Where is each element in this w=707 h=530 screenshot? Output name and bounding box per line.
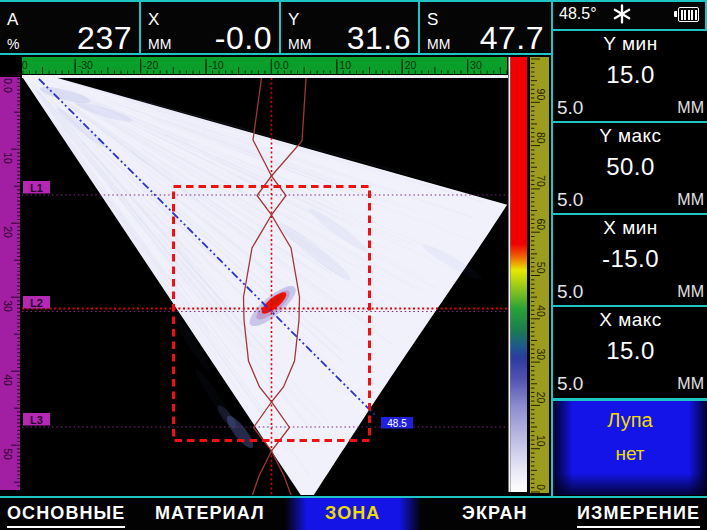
measure-unit: ММ — [288, 36, 311, 52]
svg-text:-30: -30 — [78, 59, 93, 71]
frame-line-under-topbar — [0, 53, 553, 55]
sector-scan-display: -40-30-20-100.01020300.01020304050010203… — [0, 55, 553, 498]
param-value: 15.0 — [554, 61, 707, 89]
measure-label: X — [148, 10, 159, 30]
param-unit: ММ — [677, 283, 704, 301]
param-value: 50.0 — [554, 153, 707, 181]
svg-text:10: 10 — [535, 435, 547, 447]
param-step: 5.0 — [557, 281, 583, 303]
svg-text:0.0: 0.0 — [2, 78, 14, 93]
topbar-divider-1 — [139, 1, 141, 53]
magnifier-button[interactable]: Лупа нет — [553, 401, 707, 495]
menu-item-material[interactable]: МАТЕРИАЛ — [155, 503, 265, 524]
svg-text:80: 80 — [535, 132, 547, 144]
probe-angle-readout: 48.5° — [559, 5, 597, 23]
measure-value: 47.7 — [480, 20, 544, 57]
measure-box-s: S ММ 47.7 — [420, 0, 551, 53]
svg-text:0.0: 0.0 — [274, 59, 289, 71]
svg-text:L1: L1 — [30, 182, 43, 194]
svg-text:-10: -10 — [209, 59, 224, 71]
svg-text:30: 30 — [535, 348, 547, 360]
svg-text:L2: L2 — [30, 297, 43, 309]
amplitude-palette — [511, 57, 528, 492]
svg-text:20: 20 — [405, 59, 417, 71]
topbar-divider-2 — [279, 1, 281, 53]
svg-text:40: 40 — [535, 305, 547, 317]
param-box-ymax[interactable]: Y макс 50.0 5.0 ММ — [554, 123, 707, 213]
param-title: X макс — [554, 309, 707, 331]
amplitude-ruler: 0102030405060708090 — [530, 57, 549, 493]
param-step: 5.0 — [557, 97, 583, 119]
param-box-ymin[interactable]: Y мин 15.0 5.0 ММ — [554, 31, 707, 121]
measure-unit: ММ — [148, 36, 171, 52]
svg-text:48.5: 48.5 — [387, 418, 407, 429]
marker-l2: L2 — [23, 296, 50, 309]
measure-label: A — [7, 10, 18, 30]
palette-border — [509, 57, 511, 492]
measure-value: -0.0 — [215, 20, 272, 57]
param-value: -15.0 — [554, 245, 707, 273]
svg-text:60: 60 — [535, 219, 547, 231]
battery-icon — [678, 7, 699, 22]
asterisk-icon — [611, 3, 633, 25]
svg-text:30: 30 — [2, 300, 14, 312]
svg-text:0: 0 — [535, 484, 547, 490]
beam-angle-label: 48.5 — [381, 417, 413, 429]
magnifier-value: нет — [553, 443, 707, 465]
x-ruler: -40-30-20-100.0102030 — [10, 57, 507, 74]
menu-item-zona[interactable]: ЗОНА — [325, 503, 380, 524]
param-step: 5.0 — [557, 373, 583, 395]
param-title: Y мин — [554, 33, 707, 55]
measure-label: Y — [288, 10, 299, 30]
param-box-xmin[interactable]: X мин -15.0 5.0 ММ — [554, 215, 707, 305]
svg-text:30: 30 — [470, 59, 482, 71]
svg-text:20: 20 — [2, 226, 14, 238]
svg-text:10: 10 — [339, 59, 351, 71]
frame-line-top — [0, 0, 707, 2]
param-title: Y макс — [554, 125, 707, 147]
marker-l3: L3 — [23, 413, 50, 426]
measure-unit: % — [7, 36, 19, 52]
magnifier-title: Лупа — [553, 409, 707, 432]
param-box-xmax[interactable]: X макс 15.0 5.0 ММ — [554, 307, 707, 397]
measure-unit: ММ — [427, 36, 450, 52]
bottom-menu: ОСНОВНЫЕ МАТЕРИАЛ ЗОНА ЭКРАН ИЗМЕРЕНИЕ — [0, 498, 707, 530]
svg-text:90: 90 — [535, 89, 547, 101]
svg-text:20: 20 — [535, 392, 547, 404]
svg-text:50: 50 — [2, 448, 14, 460]
marker-l1: L1 — [23, 181, 50, 194]
svg-text:70: 70 — [535, 175, 547, 187]
svg-text:40: 40 — [2, 374, 14, 386]
menu-item-izmerenie[interactable]: ИЗМЕРЕНИЕ — [577, 503, 700, 528]
param-value: 15.0 — [554, 337, 707, 365]
menu-item-osnovnye[interactable]: ОСНОВНЫЕ — [7, 503, 125, 528]
measure-label: S — [427, 10, 438, 30]
svg-text:-20: -20 — [143, 59, 158, 71]
menu-item-ekran[interactable]: ЭКРАН — [462, 503, 528, 524]
measure-value: 237 — [77, 20, 132, 57]
measure-box-x: X ММ -0.0 — [141, 0, 279, 53]
svg-text:10: 10 — [2, 152, 14, 164]
ruler-strip — [22, 75, 508, 78]
measure-box-amplitude: A % 237 — [0, 0, 139, 53]
y-ruler: 0.01020304050 — [0, 75, 20, 490]
device-screen: -40-30-20-100.01020300.01020304050010203… — [0, 0, 707, 530]
svg-text:L3: L3 — [30, 414, 43, 426]
param-step: 5.0 — [557, 189, 583, 211]
status-box: 48.5° — [553, 1, 705, 29]
svg-text:50: 50 — [535, 262, 547, 274]
param-unit: ММ — [677, 191, 704, 209]
topbar-divider-3 — [418, 1, 420, 53]
param-title: X мин — [554, 217, 707, 239]
measure-value: 31.6 — [347, 20, 411, 57]
param-unit: ММ — [677, 99, 704, 117]
measure-box-y: Y ММ 31.6 — [281, 0, 418, 53]
param-unit: ММ — [677, 375, 704, 393]
